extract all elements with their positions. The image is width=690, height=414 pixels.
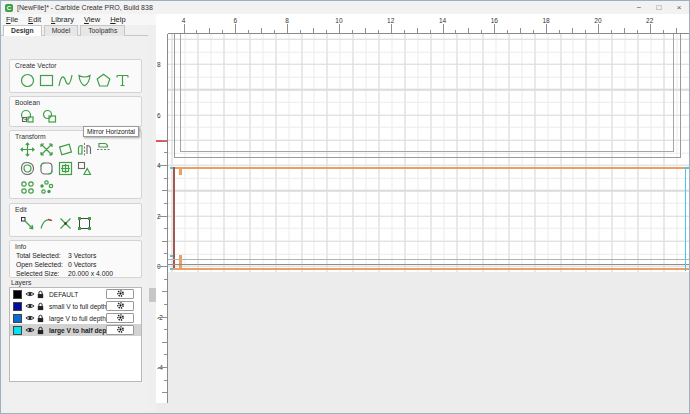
eye-icon[interactable] <box>25 289 35 300</box>
ruler-tick <box>637 30 638 33</box>
ruler-tick <box>598 24 599 33</box>
layer-settings-button[interactable] <box>106 325 134 335</box>
layer-row[interactable]: small V to full depth <box>10 300 141 312</box>
ruler-tick <box>455 30 456 33</box>
design-panel: DesignModelToolpaths Create Vector Boole… <box>1 25 148 414</box>
boolean-subtract-tool[interactable] <box>41 108 58 125</box>
align-tool[interactable] <box>57 160 74 177</box>
ruler-tick <box>326 30 327 33</box>
menu-view[interactable]: View <box>79 15 105 24</box>
menu-library[interactable]: Library <box>46 15 79 24</box>
layer-name[interactable]: large V to half depth <box>49 327 112 334</box>
layer-color-swatch[interactable] <box>13 302 22 311</box>
offset-tool[interactable] <box>19 160 36 177</box>
panel-scrollbar-thumb[interactable] <box>149 288 156 302</box>
rotate-tool[interactable] <box>57 141 74 158</box>
ruler-tick <box>162 241 167 242</box>
vector-cyan-top-stub[interactable] <box>686 167 690 169</box>
ruler-tick <box>184 24 185 33</box>
ruler-tick <box>158 317 167 318</box>
vector-cyan-right-edge[interactable] <box>685 167 687 271</box>
layer-color-swatch[interactable] <box>13 326 22 335</box>
layer-settings-button[interactable] <box>106 289 134 299</box>
lock-icon[interactable] <box>36 326 45 336</box>
trim-to-shape-tool[interactable] <box>76 160 93 177</box>
info-label: Selected Size: <box>16 270 68 277</box>
maximize-button[interactable]: □ <box>649 1 669 14</box>
selected-vector-bottom-edge[interactable] <box>173 268 690 270</box>
ruler-tick <box>162 190 167 191</box>
ruler-tick <box>162 291 167 292</box>
selected-vector-left-edge[interactable] <box>173 167 175 269</box>
move-tool[interactable] <box>19 141 36 158</box>
layer-row[interactable]: large V to half depth <box>10 324 141 336</box>
polygon-tool[interactable] <box>95 72 112 89</box>
boolean-union-tool[interactable] <box>19 108 36 125</box>
lock-icon[interactable] <box>36 290 45 300</box>
vector-bottom-line-1[interactable] <box>168 259 690 260</box>
tab-bar: DesignModelToolpaths <box>1 25 148 36</box>
rectangle-tool[interactable] <box>38 72 55 89</box>
eye-icon[interactable] <box>25 325 35 336</box>
bounding-box-tool[interactable] <box>76 215 93 232</box>
ruler-label: 16 <box>491 17 498 24</box>
layers-list: DEFAULTsmall V to full depthlarge V to f… <box>9 287 142 382</box>
lock-icon[interactable] <box>36 314 45 324</box>
mirror-vertical-tool[interactable] <box>95 141 112 158</box>
tab-toolpaths[interactable]: Toolpaths <box>80 25 125 36</box>
layer-row[interactable]: DEFAULT <box>10 288 141 300</box>
fillet-tool[interactable] <box>38 160 55 177</box>
ruler-tick <box>164 253 167 254</box>
vector-bottom-line-2[interactable] <box>168 264 690 265</box>
vector-inner-border-rect[interactable] <box>180 34 674 152</box>
tooltip: Mirror Horizontal <box>83 126 139 137</box>
app-window: C [NewFile]* - Carbide Create PRO, Build… <box>0 0 690 414</box>
ruler-label: 20 <box>594 17 601 24</box>
layer-settings-button[interactable] <box>106 313 134 323</box>
circular-array-tool[interactable] <box>38 179 55 196</box>
layer-color-swatch[interactable] <box>13 314 22 323</box>
break-vector-tool[interactable] <box>57 215 74 232</box>
edit-nodes-tool[interactable] <box>19 215 36 232</box>
linear-array-tool[interactable] <box>19 179 36 196</box>
eye-icon[interactable] <box>25 313 35 324</box>
close-button[interactable]: × <box>669 1 689 14</box>
ruler-tick <box>222 30 223 33</box>
panel-scrollbar[interactable] <box>148 25 156 414</box>
layer-name[interactable]: DEFAULT <box>49 291 78 298</box>
vector-cyan-tick-3[interactable] <box>170 268 174 270</box>
mirror-horizontal-tool[interactable] <box>76 141 93 158</box>
layer-name[interactable]: large V to full depth <box>49 315 106 322</box>
lock-icon[interactable] <box>36 302 45 312</box>
layer-color-swatch[interactable] <box>13 290 22 299</box>
eye-icon[interactable] <box>25 301 35 312</box>
tab-design[interactable]: Design <box>3 25 42 36</box>
group-title: Edit <box>15 206 27 213</box>
scale-tool[interactable] <box>38 141 55 158</box>
ruler-tick <box>572 28 573 33</box>
selected-vector-tick-top[interactable] <box>179 167 182 175</box>
menu-help[interactable]: Help <box>105 15 130 24</box>
layer-name[interactable]: small V to full depth <box>49 303 107 310</box>
ruler-label: 18 <box>542 17 549 24</box>
vector-cyan-tick-2[interactable] <box>170 255 174 257</box>
layer-settings-button[interactable] <box>106 301 134 311</box>
tab-model[interactable]: Model <box>44 25 79 36</box>
selected-vector-top-edge[interactable] <box>174 167 685 169</box>
menu-bar: FileEditLibraryViewHelp <box>1 14 156 25</box>
freeform-shape-tool[interactable] <box>76 72 93 89</box>
ruler-tick <box>494 24 495 33</box>
trim-curve-tool[interactable] <box>38 215 55 232</box>
curve-tool[interactable] <box>57 72 74 89</box>
ruler-tick <box>158 216 167 217</box>
menu-edit[interactable]: Edit <box>23 15 46 24</box>
vector-cyan-tick-1[interactable] <box>170 167 174 169</box>
design-canvas[interactable] <box>168 34 690 414</box>
text-tool[interactable] <box>114 72 131 89</box>
circle-tool[interactable] <box>19 72 36 89</box>
layer-row[interactable]: large V to full depth <box>10 312 141 324</box>
menu-file[interactable]: File <box>1 15 23 24</box>
info-row: Open Selected:0 Vectors <box>16 261 140 268</box>
ruler-end-cap <box>156 403 168 414</box>
minimize-button[interactable]: − <box>629 1 649 14</box>
